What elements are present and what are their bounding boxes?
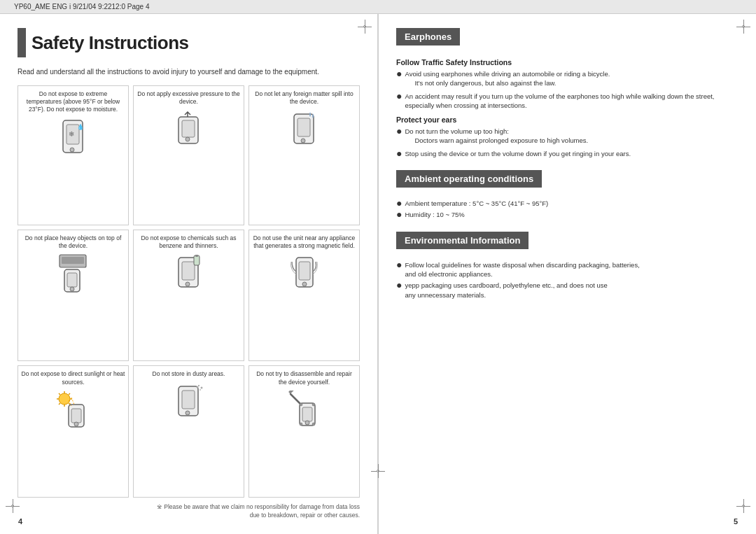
svg-text:❄: ❄ xyxy=(69,130,74,138)
warning-cell-7: Do not expose to direct sunlight or heat… xyxy=(18,365,129,498)
bullet-dot-2: ● xyxy=(396,91,402,101)
warning-icon-8 xyxy=(169,383,208,421)
top-bar: YP60_AME ENG i 9/21/04 9:2212:0 Page 4 xyxy=(0,0,756,14)
crosshair-center xyxy=(371,464,385,478)
right-page: Earphones Follow Traffic Safety Instruct… xyxy=(379,14,756,534)
protect-subsection-title: Protect your ears xyxy=(396,115,738,124)
svg-rect-34 xyxy=(71,409,81,423)
top-bar-text: YP60_AME ENG i 9/21/04 9:2212:0 Page 4 xyxy=(14,3,149,10)
protect-bullet-2-text: Stop using the device or turn the volume… xyxy=(405,149,631,158)
ambient-bullet-1: ● Ambient temperature : 5°C ~ 35°C (41°F… xyxy=(396,199,738,208)
ambient-bullet-1-text: Ambient temperature : 5°C ~ 35°C (41°F ~… xyxy=(405,199,548,208)
svg-point-48 xyxy=(300,403,302,406)
warning-icon-1: ❄ 💧 xyxy=(54,118,92,156)
warning-text-9: Do not try to disassemble and repair the… xyxy=(252,370,356,386)
pages-area: Safety Instructions Read and understand … xyxy=(0,14,756,534)
warning-icon-3 xyxy=(285,110,323,148)
protect-bullet-1: ● Do not turn the volume up too high: Do… xyxy=(396,127,738,147)
warning-icon-6 xyxy=(285,254,323,293)
warning-icon-9 xyxy=(285,391,323,429)
warning-cell-3: Do not let any foreign matter spill into… xyxy=(248,85,360,225)
page-title: Safety Instructions xyxy=(31,32,189,54)
page-title-container: Safety Instructions xyxy=(18,28,360,57)
environmental-header: Environmental Information xyxy=(396,232,528,249)
svg-rect-22 xyxy=(299,262,310,280)
footer-note: ※ Please be aware that we claim no respo… xyxy=(18,503,360,520)
svg-rect-12 xyxy=(62,257,84,264)
crosshair-top-right-2 xyxy=(736,20,750,34)
svg-rect-37 xyxy=(182,391,195,409)
environmental-header-container: Environmental Information xyxy=(396,232,738,256)
svg-point-7 xyxy=(186,137,190,141)
page-container: YP60_AME ENG i 9/21/04 9:2212:0 Page 4 S… xyxy=(0,0,756,534)
warning-cell-4: Do not place heavy objects on top of the… xyxy=(18,230,129,362)
traffic-subsection-title: Follow Traffic Safety Instructions xyxy=(396,58,738,66)
ambient-section: Ambient operating conditions ● Ambient t… xyxy=(396,170,738,222)
warning-cell-1: Do not expose to extreme temperatures (a… xyxy=(18,85,129,225)
warning-icon-5 xyxy=(169,254,208,293)
svg-point-40 xyxy=(200,389,201,391)
warning-text-3: Do not let any foreign matter spill into… xyxy=(252,90,356,106)
warning-icon-4 xyxy=(54,254,92,293)
svg-point-18 xyxy=(186,282,190,286)
env-bullet-2-text: yepp packaging uses cardboard, polyethyl… xyxy=(405,281,607,300)
svg-point-10 xyxy=(301,139,305,143)
env-bullet-1: ● Follow local guidelines for waste disp… xyxy=(396,260,738,279)
svg-rect-17 xyxy=(182,262,195,280)
page-number-right: 5 xyxy=(729,516,742,527)
crosshair-bottom-left xyxy=(6,499,20,513)
warning-text-7: Do not expose to direct sunlight or heat… xyxy=(21,370,125,386)
svg-line-32 xyxy=(59,403,60,405)
svg-point-35 xyxy=(74,422,78,426)
traffic-bullet-2-text: An accident may result if you turn up th… xyxy=(405,92,738,111)
svg-point-15 xyxy=(70,287,74,291)
warning-text-5: Do not expose to chemicals such as benze… xyxy=(136,234,241,250)
intro-text: Read and understand all the instructions… xyxy=(18,67,360,77)
traffic-sub-1: It's not only dangerous, but also agains… xyxy=(414,78,610,87)
bullet-dot-4: ● xyxy=(396,148,402,158)
crosshair-top-right xyxy=(358,20,372,34)
ambient-header: Ambient operating conditions xyxy=(396,170,542,188)
ambient-header-container: Ambient operating conditions xyxy=(396,170,738,195)
warning-cell-5: Do not expose to chemicals such as benze… xyxy=(133,230,244,362)
crosshair-bottom-right xyxy=(736,499,750,513)
svg-point-23 xyxy=(302,282,307,286)
warning-text-6: Do not use the unit near any appliance t… xyxy=(252,234,356,250)
svg-text:💧: 💧 xyxy=(77,123,84,130)
warning-icon-2 xyxy=(169,110,208,148)
warning-icon-7 xyxy=(54,391,92,429)
traffic-bullet-1: ● Avoid using earphones while driving an… xyxy=(396,69,738,90)
warning-text-8: Do not store in dusty areas. xyxy=(153,370,225,378)
svg-rect-9 xyxy=(298,118,310,136)
svg-line-43 xyxy=(290,394,301,405)
svg-point-47 xyxy=(305,421,309,425)
protect-bullet-2: ● Stop using the device or turn the volu… xyxy=(396,149,738,158)
ambient-bullet-2-text: Humidity : 10 ~ 75% xyxy=(405,210,464,219)
bullet-dot-5: ● xyxy=(396,198,402,208)
svg-rect-46 xyxy=(302,407,312,421)
svg-point-49 xyxy=(312,403,315,406)
warning-cell-2: Do not apply excessive pressure to the d… xyxy=(133,85,244,225)
svg-rect-14 xyxy=(67,273,77,287)
bullet-dot-1: ● xyxy=(396,69,402,78)
warning-cell-8: Do not store in dusty areas. xyxy=(133,365,244,498)
page-number-left: 4 xyxy=(14,516,27,527)
svg-point-50 xyxy=(300,423,302,426)
warning-text-4: Do not place heavy objects on top of the… xyxy=(21,234,125,250)
svg-rect-6 xyxy=(182,120,195,137)
bullet-dot-3: ● xyxy=(396,126,402,136)
env-bullet-2: ● yepp packaging uses cardboard, polyeth… xyxy=(396,281,738,300)
bullet-dot-6: ● xyxy=(396,209,402,219)
earphones-section: Earphones Follow Traffic Safety Instruct… xyxy=(396,28,738,160)
svg-point-41 xyxy=(198,385,200,386)
earphones-header-container: Earphones xyxy=(396,28,738,52)
ambient-bullet-2: ● Humidity : 10 ~ 75% xyxy=(396,210,738,219)
svg-point-38 xyxy=(186,411,190,415)
bullet-dot-8: ● xyxy=(396,280,402,290)
warning-cell-9: Do not try to disassemble and repair the… xyxy=(248,365,360,498)
warning-cell-6: Do not use the unit near any appliance t… xyxy=(248,230,360,362)
traffic-bullet-2: ● An accident may result if you turn up … xyxy=(396,92,738,111)
env-bullet-1-text: Follow local guidelines for waste dispos… xyxy=(405,260,639,279)
svg-rect-20 xyxy=(195,255,198,257)
traffic-bullet-1-text: Avoid using earphones while driving an a… xyxy=(405,70,610,78)
